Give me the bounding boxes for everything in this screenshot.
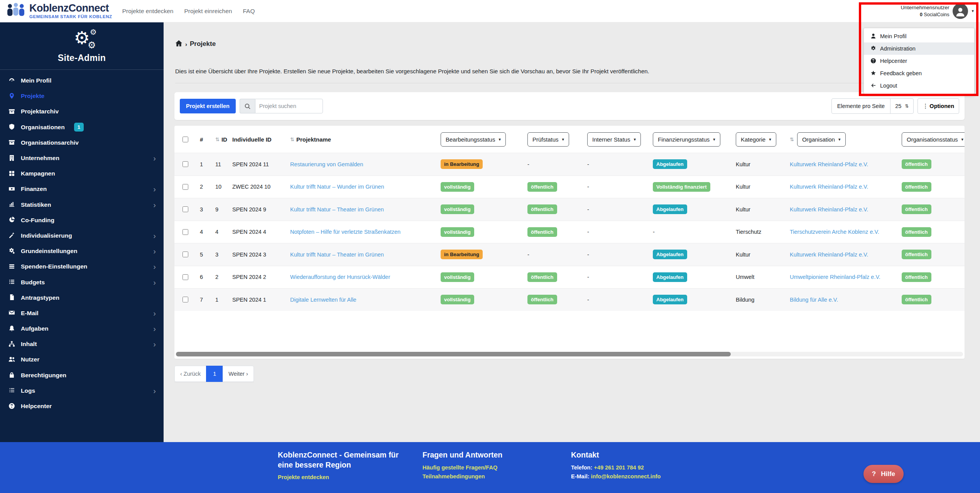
cell-finanzierungsstatus: Vollständig finanziert xyxy=(649,182,732,192)
select-all-checkbox[interactable] xyxy=(182,137,188,142)
cell-select xyxy=(174,228,196,236)
sidebar-item-inhalt[interactable]: Inhalt› xyxy=(0,336,164,352)
app-root: KoblenzConnect GEMEINSAM STARK FÜR KOBLE… xyxy=(0,0,980,493)
nav-projekte-entdecken[interactable]: Projekte entdecken xyxy=(122,8,174,15)
phone-link[interactable]: +49 261 201 784 92 xyxy=(594,464,644,471)
sidebar-item-logs[interactable]: Logs› xyxy=(0,383,164,398)
question-icon xyxy=(870,58,877,64)
footer-link-teilnahmebedingungen[interactable]: Teilnahmebedingungen xyxy=(422,473,502,479)
footer-link-projekte-entdecken[interactable]: Projekte entdecken xyxy=(278,474,405,480)
sidebar-item-co-funding[interactable]: Co-Funding xyxy=(0,213,164,228)
scrollbar-thumb[interactable] xyxy=(176,352,731,356)
cell-bearbeitungsstatus: vollständig xyxy=(437,295,524,304)
sidebar-item-unternehmen[interactable]: Unternehmen› xyxy=(0,150,164,166)
sidebar-item-mein-profil[interactable]: Mein Profil xyxy=(0,73,164,88)
row-checkbox[interactable] xyxy=(182,274,188,280)
cell-bearbeitungsstatus: vollständig xyxy=(437,204,524,214)
top-nav: Projekte entdecken Projekt einreichen FA… xyxy=(122,8,255,15)
project-link[interactable]: Kultur trifft Natur – Theater im Grünen xyxy=(290,252,384,258)
footer-link-faq[interactable]: Häufig gestellte Fragen/FAQ xyxy=(422,464,502,471)
pagination-next[interactable]: Weiter › xyxy=(223,366,254,382)
row-checkbox[interactable] xyxy=(182,252,188,257)
project-link[interactable]: Digitale Lernwelten für Alle xyxy=(290,297,357,303)
sidebar-item-organisationsarchiv[interactable]: Organisationsarchiv xyxy=(0,135,164,150)
sidebar-item-antragstypen[interactable]: Antragstypen xyxy=(0,290,164,306)
organisation-link[interactable]: Kulturwerk Rheinland-Pfalz e.V. xyxy=(790,206,868,213)
nav-faq[interactable]: FAQ xyxy=(243,8,255,15)
project-link[interactable]: Notpfoten – Hilfe für verletzte Straßenk… xyxy=(290,229,400,235)
organisation-link[interactable]: Kulturwerk Rheinland-Pfalz e.V. xyxy=(790,161,868,167)
avatar[interactable] xyxy=(953,3,968,19)
help-button[interactable]: ? Hilfe xyxy=(863,465,904,483)
sort-icon[interactable]: ⇅ xyxy=(790,137,794,142)
project-link[interactable]: Kultur trifft Natur – Theater im Grünen xyxy=(290,206,384,213)
col-individuelle-id: Individuelle ID xyxy=(228,136,286,143)
cell-num: 2 xyxy=(196,184,211,190)
organisation-link[interactable]: Umweltpioniere Rheinland-Pfalz e.V. xyxy=(790,274,880,280)
row-checkbox[interactable] xyxy=(182,184,188,190)
sidebar-item-aufgaben[interactable]: Aufgaben› xyxy=(0,321,164,336)
project-link[interactable]: Kultur trifft Natur – Wunder im Grünen xyxy=(290,184,384,190)
filter-organisationsstatus[interactable]: Organisationsstatus▾ xyxy=(902,132,965,147)
filter-pruefstatus[interactable]: Prüfstatus▾ xyxy=(527,132,569,147)
pagination-page-1[interactable]: 1 xyxy=(206,366,223,382)
user-menu-item-administration[interactable]: Administration xyxy=(864,42,974,55)
sidebar-item-budgets[interactable]: Budgets› xyxy=(0,274,164,290)
bell-icon xyxy=(7,325,16,333)
organisation-link[interactable]: Bildung für Alle e.V. xyxy=(790,297,838,303)
filter-kategorie[interactable]: Kategorie▾ xyxy=(736,132,776,147)
email-link[interactable]: info@koblenzconnect.info xyxy=(591,473,661,479)
row-checkbox[interactable] xyxy=(182,297,188,302)
filter-interner-status[interactable]: Interner Status▾ xyxy=(587,132,641,147)
row-checkbox[interactable] xyxy=(182,229,188,235)
envelope-icon xyxy=(7,309,16,317)
sidebar-item-kampagnen[interactable]: Kampagnen xyxy=(0,166,164,181)
user-menu-item-helpcenter[interactable]: Helpcenter xyxy=(864,55,974,67)
create-project-button[interactable]: Projekt erstellen xyxy=(180,99,236,113)
brand-logo[interactable]: KoblenzConnect GEMEINSAM STARK FÜR KOBLE… xyxy=(6,3,112,20)
row-checkbox[interactable] xyxy=(182,206,188,212)
sidebar-item-helpcenter[interactable]: Helpcenter xyxy=(0,398,164,414)
sidebar-item-nutzer[interactable]: Nutzer xyxy=(0,352,164,367)
filter-organisation[interactable]: Organisation▾ xyxy=(797,132,846,147)
organisation-link[interactable]: Tierschutzverein Arche Koblenz e.V. xyxy=(790,229,879,235)
sidebar-item-individualisierung[interactable]: Individualisierung› xyxy=(0,228,164,243)
search-input[interactable] xyxy=(255,99,323,113)
sort-icon[interactable]: ⇅ xyxy=(290,137,294,142)
user-menu-item-mein-profil[interactable]: Mein Profil xyxy=(864,30,974,42)
cell-select xyxy=(174,250,196,258)
filter-finanzierungsstatus[interactable]: Finanzierungsstatus▾ xyxy=(653,132,720,147)
sidebar-item-grundeinstellungen[interactable]: Grundeinstellungen› xyxy=(0,243,164,259)
toolbar: Projekt erstellen Elemente pro Seite 25 … xyxy=(174,92,965,120)
sidebar-item-finanzen[interactable]: Finanzen› xyxy=(0,181,164,197)
sidebar-item-spenden-einstellungen[interactable]: Spenden-Einstellungen› xyxy=(0,259,164,274)
project-link[interactable]: Restaurierung von Gemälden xyxy=(290,161,363,167)
organisation-link[interactable]: Kulturwerk Rheinland-Pfalz e.V. xyxy=(790,184,868,190)
project-link[interactable]: Wiederaufforstung der Hunsrück-Wälder xyxy=(290,274,390,280)
home-icon[interactable] xyxy=(175,40,182,48)
divider xyxy=(175,83,972,83)
options-button[interactable]: ⋮ Optionen xyxy=(917,98,959,114)
sidebar-item-projekte[interactable]: Projekte xyxy=(0,88,164,104)
chevron-right-icon: › xyxy=(153,185,156,193)
filter-bearbeitungsstatus[interactable]: Bearbeitungsstatus▾ xyxy=(441,132,506,147)
sidebar-item-e-mail[interactable]: E-Mail› xyxy=(0,306,164,321)
sidebar-item-organisationen[interactable]: Organisationen1 xyxy=(0,120,164,135)
organisation-link[interactable]: Kulturwerk Rheinland-Pfalz e.V. xyxy=(790,252,868,258)
sidebar-item-berechtigungen[interactable]: Berechtigungen xyxy=(0,368,164,383)
nav-projekt-einreichen[interactable]: Projekt einreichen xyxy=(184,8,232,15)
cell-bearbeitungsstatus: vollständig xyxy=(437,227,524,237)
pagination-prev[interactable]: ‹ Zurück xyxy=(174,366,206,382)
caret-down-icon: ▾ xyxy=(769,137,771,142)
sidebar-item-projektarchiv[interactable]: Projektarchiv xyxy=(0,104,164,119)
user-menu-item-logout[interactable]: Logout xyxy=(864,79,974,92)
status-badge: öffentlich xyxy=(902,227,931,237)
sidebar-item-statistiken[interactable]: Statistiken› xyxy=(0,197,164,213)
sort-icon[interactable]: ⇅ xyxy=(215,137,220,142)
pagination: ‹ Zurück 1 Weiter › xyxy=(174,366,254,382)
per-page-select[interactable]: 25 ⇅ xyxy=(890,103,913,109)
user-menu-toggle[interactable]: Unternehmensnutzer 0 SocialCoins ▾ xyxy=(901,3,974,19)
row-checkbox[interactable] xyxy=(182,161,188,167)
user-menu-item-feedback-geben[interactable]: Feedback geben xyxy=(864,67,974,79)
cell-organisationsstatus: öffentlich xyxy=(898,159,965,169)
